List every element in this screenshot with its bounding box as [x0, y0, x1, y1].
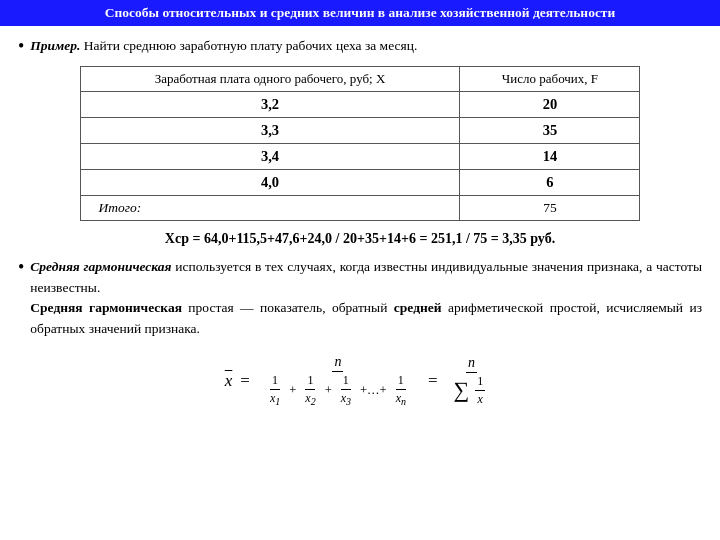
term-x2: 1 x2: [303, 373, 317, 407]
calc-formula: Хср = 64,0+115,5+47,6+24,0 / 20+35+14+6 …: [18, 231, 702, 247]
term-xn: 1 xn: [394, 373, 408, 407]
sum-inner-frac: 1 x: [475, 374, 485, 407]
table-row: 3,335: [80, 117, 640, 143]
cell-f-0: 20: [460, 91, 640, 117]
frac-denominator: 1 x1 + 1 x2 + 1 x3 +…+ 1: [262, 372, 414, 407]
cell-x-2: 3,4: [80, 143, 460, 169]
section2-text: Средняя гармоническая используется в тех…: [30, 257, 702, 341]
term-x3: 1 x3: [339, 373, 353, 407]
col1-header: Заработная плата одного рабочего, руб; X: [80, 66, 460, 91]
second-equals: =: [428, 371, 438, 391]
bullet-2: •: [18, 257, 24, 279]
harmonic-formula: x = n 1 x1 + 1 x2 + 1: [18, 354, 702, 407]
term-x1: 1 x1: [268, 373, 282, 407]
x-bar-symbol: x: [225, 371, 233, 391]
example-line: • Пример. Найти среднюю заработную плату…: [18, 36, 702, 58]
example-label: Пример.: [30, 38, 80, 53]
example-body: Найти среднюю заработную плату рабочих ц…: [80, 38, 417, 53]
header-title: Способы относительных и средних величин …: [105, 5, 616, 20]
sum-frac-num: n: [466, 355, 477, 373]
table-row: 3,414: [80, 143, 640, 169]
cell-x-1: 3,3: [80, 117, 460, 143]
sum-fraction: n ∑ 1 x: [452, 355, 492, 407]
bold1: Средняя гармоническая: [30, 300, 182, 315]
col2-header: Число рабочих, F: [460, 66, 640, 91]
table-row: 4,06: [80, 169, 640, 195]
section2-para: • Средняя гармоническая используется в т…: [18, 257, 702, 341]
term-label: Средняя гармоническая: [30, 259, 171, 274]
cell-x-0: 3,2: [80, 91, 460, 117]
bold2: средней: [394, 300, 442, 315]
section2-text2: простая — показатель, обратный: [182, 300, 394, 315]
formula-expression: x = n 1 x1 + 1 x2 + 1: [225, 354, 495, 407]
table-row: Итого:75: [80, 195, 640, 220]
main-fraction: n 1 x1 + 1 x2 + 1 x3 +…: [262, 354, 414, 407]
cell-f-4: 75: [460, 195, 640, 220]
cell-f-1: 35: [460, 117, 640, 143]
cell-f-3: 6: [460, 169, 640, 195]
main-content: • Пример. Найти среднюю заработную плату…: [0, 26, 720, 418]
bullet-1: •: [18, 36, 24, 58]
sum-frac-den: ∑ 1 x: [452, 373, 492, 407]
table-row: 3,220: [80, 91, 640, 117]
header-bar: Способы относительных и средних величин …: [0, 0, 720, 26]
sum-symbol: ∑: [454, 377, 470, 403]
cell-x-4: Итого:: [80, 195, 460, 220]
cell-f-2: 14: [460, 143, 640, 169]
cell-x-3: 4,0: [80, 169, 460, 195]
equals-sign: =: [240, 371, 250, 391]
data-table: Заработная плата одного рабочего, руб; X…: [80, 66, 641, 221]
example-text: Пример. Найти среднюю заработную плату р…: [30, 36, 417, 56]
frac-numerator: n: [332, 354, 343, 372]
